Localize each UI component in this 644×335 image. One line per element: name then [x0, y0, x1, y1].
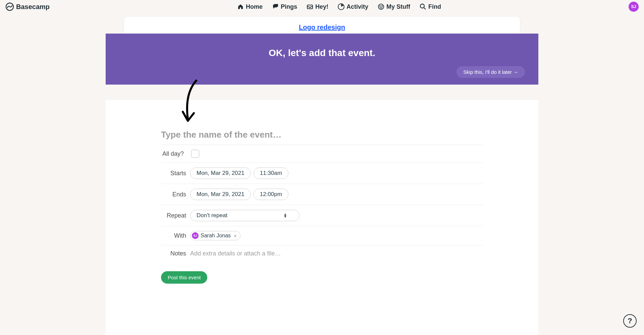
nav-home[interactable]: Home	[237, 3, 263, 10]
allday-label: All day?	[162, 150, 184, 157]
repeat-value: Don't repeat	[197, 212, 227, 219]
nav-mystuff[interactable]: My Stuff	[378, 3, 410, 10]
repeat-label: Repeat	[161, 212, 186, 219]
basecamp-icon	[5, 2, 14, 11]
help-button[interactable]: ?	[623, 314, 637, 328]
allday-checkbox[interactable]	[191, 150, 199, 158]
notes-label: Notes	[161, 250, 186, 257]
chat-icon	[272, 3, 279, 10]
chip-remove-icon[interactable]: ×	[233, 233, 237, 239]
chevron-updown-icon: ▲▼	[283, 213, 287, 218]
banner-title: OK, let's add that event.	[119, 48, 525, 58]
row-allday: All day?	[161, 145, 483, 163]
event-name-input[interactable]	[161, 127, 483, 145]
starts-time[interactable]: 11:30am	[254, 168, 288, 179]
nav-home-label: Home	[246, 3, 263, 10]
chip-name: Sarah Jonas	[201, 233, 231, 239]
chip-avatar: SJ	[192, 232, 199, 239]
user-avatar[interactable]: SJ	[629, 2, 639, 12]
row-with: With SJ Sarah Jonas ×	[161, 226, 483, 245]
nav-activity-label: Activity	[346, 3, 368, 10]
smile-icon	[378, 3, 384, 10]
activity-icon	[338, 3, 344, 10]
post-event-button[interactable]: Post this event	[161, 271, 207, 284]
help-icon: ?	[628, 317, 632, 325]
nav-links: Home Pings Hey! Activity My Stuff	[50, 3, 629, 10]
onboarding-banner: OK, let's add that event. Skip this, I'l…	[106, 34, 538, 85]
participant-chip[interactable]: SJ Sarah Jonas ×	[190, 231, 240, 240]
nav-find[interactable]: Find	[420, 3, 441, 10]
basecamp-logo[interactable]: Basecamp	[5, 2, 50, 11]
notes-input[interactable]: Add extra details or attach a file…	[190, 250, 281, 257]
nav-activity[interactable]: Activity	[338, 3, 368, 10]
inbox-icon	[307, 3, 313, 10]
content-wrap: Logo redesign OK, let's add that event. …	[0, 13, 644, 38]
avatar-initials: SJ	[631, 4, 636, 9]
with-label: With	[161, 232, 186, 239]
top-nav: Basecamp Home Pings Hey! Activity	[0, 0, 644, 13]
row-starts: Starts Mon, Mar 29, 2021 11:30am	[161, 163, 483, 184]
nav-mystuff-label: My Stuff	[386, 3, 410, 10]
event-form: All day? Starts Mon, Mar 29, 2021 11:30a…	[106, 100, 538, 335]
nav-find-label: Find	[428, 3, 441, 10]
svg-point-4	[378, 4, 384, 9]
search-icon	[420, 3, 426, 10]
row-ends: Ends Mon, Mar 29, 2021 12:00pm	[161, 184, 483, 205]
ends-label: Ends	[161, 191, 186, 198]
svg-point-7	[420, 4, 424, 8]
nav-hey-label: Hey!	[315, 3, 328, 10]
row-repeat: Repeat Don't repeat ▲▼	[161, 205, 483, 226]
svg-rect-1	[274, 4, 278, 7]
svg-point-6	[382, 6, 382, 6]
brand-label: Basecamp	[16, 3, 50, 11]
nav-hey[interactable]: Hey!	[307, 3, 328, 10]
starts-date[interactable]: Mon, Mar 29, 2021	[190, 168, 251, 179]
home-icon	[237, 3, 244, 10]
svg-point-5	[380, 6, 380, 6]
skip-button[interactable]: Skip this, I'll do it later →	[457, 66, 525, 78]
ends-date[interactable]: Mon, Mar 29, 2021	[190, 189, 251, 200]
row-notes: Notes Add extra details or attach a file…	[161, 245, 483, 262]
ends-time[interactable]: 12:00pm	[254, 189, 288, 200]
starts-label: Starts	[161, 170, 186, 177]
repeat-select[interactable]: Don't repeat ▲▼	[190, 210, 300, 221]
nav-pings-label: Pings	[281, 3, 297, 10]
svg-line-8	[424, 8, 426, 9]
nav-pings[interactable]: Pings	[272, 3, 297, 10]
